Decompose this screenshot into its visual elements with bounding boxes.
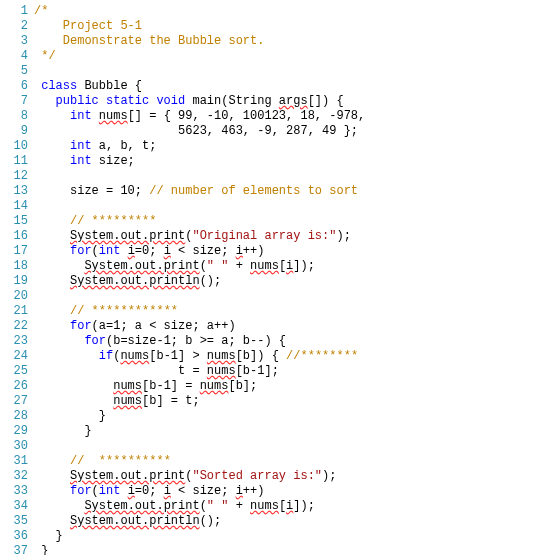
token: //********: [286, 349, 358, 363]
token: System.out.println: [70, 514, 200, 528]
token: nums: [250, 499, 279, 513]
line-code: nums[b] = t;: [34, 394, 540, 409]
token: (b=size-1; b >= a; b--) {: [106, 334, 286, 348]
token: if: [34, 349, 113, 363]
token: [b-1];: [236, 364, 279, 378]
line-number: 9: [6, 124, 34, 139]
line-number: 6: [6, 79, 34, 94]
line-code: [34, 64, 540, 79]
code-line: 8 int nums[] = { 99, -10, 100123, 18, -9…: [6, 109, 540, 124]
token: // **********: [70, 454, 171, 468]
token: [120, 244, 127, 258]
code-line: 2 Project 5-1: [6, 19, 540, 34]
line-number: 27: [6, 394, 34, 409]
line-code: [34, 169, 540, 184]
token: (: [200, 259, 207, 273]
code-line: 4 */: [6, 49, 540, 64]
token: 5623, 463, -9, 287, 49 };: [34, 124, 358, 138]
line-code: if(nums[b-1] > nums[b]) { //********: [34, 349, 540, 364]
line-code: public static void main(String args[]) {: [34, 94, 540, 109]
line-number: 26: [6, 379, 34, 394]
line-code: int a, b, t;: [34, 139, 540, 154]
token: nums: [113, 394, 142, 408]
line-number: 14: [6, 199, 34, 214]
line-number: 37: [6, 544, 34, 555]
token: nums: [207, 364, 236, 378]
line-number: 8: [6, 109, 34, 124]
line-number: 28: [6, 409, 34, 424]
line-code: int size;: [34, 154, 540, 169]
token: ++): [243, 244, 265, 258]
token: " ": [207, 259, 229, 273]
line-number: 30: [6, 439, 34, 454]
line-code: [34, 199, 540, 214]
line-number: 17: [6, 244, 34, 259]
token: < size;: [171, 244, 236, 258]
token: args: [279, 94, 308, 108]
token: // ************: [70, 304, 178, 318]
line-number: 35: [6, 514, 34, 529]
line-code: System.out.print("Sorted array is:");: [34, 469, 540, 484]
token: nums: [250, 259, 279, 273]
token: );: [322, 469, 336, 483]
line-number: 21: [6, 304, 34, 319]
token: "Sorted array is:": [192, 469, 322, 483]
token: }: [34, 424, 92, 438]
token: i: [164, 484, 171, 498]
code-line: 10 int a, b, t;: [6, 139, 540, 154]
line-code: for(int i=0; i < size; i++): [34, 244, 540, 259]
token: (: [92, 484, 99, 498]
token: // *********: [70, 214, 156, 228]
line-number: 11: [6, 154, 34, 169]
token: [34, 469, 70, 483]
code-line: 37 }: [6, 544, 540, 555]
token: nums: [200, 379, 229, 393]
line-number: 33: [6, 484, 34, 499]
token: System.out.println: [70, 274, 200, 288]
token: nums: [120, 349, 149, 363]
token: System.out.print: [70, 229, 185, 243]
token: int: [34, 139, 92, 153]
line-number: 2: [6, 19, 34, 34]
token: size;: [92, 154, 135, 168]
line-code: for(a=1; a < size; a++): [34, 319, 540, 334]
token: [34, 214, 70, 228]
token: a, b, t;: [92, 139, 157, 153]
line-number: 25: [6, 364, 34, 379]
token: main(String: [185, 94, 279, 108]
line-code: nums[b-1] = nums[b];: [34, 379, 540, 394]
token: [34, 454, 70, 468]
token: );: [336, 229, 350, 243]
token: t =: [34, 364, 207, 378]
token: [: [279, 499, 286, 513]
token: [120, 484, 127, 498]
token: (: [200, 499, 207, 513]
token: for: [34, 319, 92, 333]
code-line: 7 public static void main(String args[])…: [6, 94, 540, 109]
token: +: [228, 259, 250, 273]
code-line: 26 nums[b-1] = nums[b];: [6, 379, 540, 394]
line-code: 5623, 463, -9, 287, 49 };: [34, 124, 540, 139]
token: [b-1] >: [149, 349, 207, 363]
token: [92, 109, 99, 123]
token: Project 5-1: [34, 19, 142, 33]
code-line: 6 class Bubble {: [6, 79, 540, 94]
line-code: [34, 439, 540, 454]
token: }: [34, 544, 48, 555]
code-line: 3 Demonstrate the Bubble sort.: [6, 34, 540, 49]
token: < size;: [171, 484, 236, 498]
token: i: [164, 244, 171, 258]
code-listing: 1/*2 Project 5-13 Demonstrate the Bubble…: [6, 4, 540, 555]
line-number: 10: [6, 139, 34, 154]
code-line: 22 for(a=1; a < size; a++): [6, 319, 540, 334]
line-number: 24: [6, 349, 34, 364]
code-line: 28 }: [6, 409, 540, 424]
line-code: }: [34, 529, 540, 544]
code-line: 19 System.out.println();: [6, 274, 540, 289]
token: "Original array is:": [192, 229, 336, 243]
line-code: // ************: [34, 304, 540, 319]
code-line: 14: [6, 199, 540, 214]
token: i: [128, 244, 135, 258]
token: [34, 499, 84, 513]
line-number: 1: [6, 4, 34, 19]
